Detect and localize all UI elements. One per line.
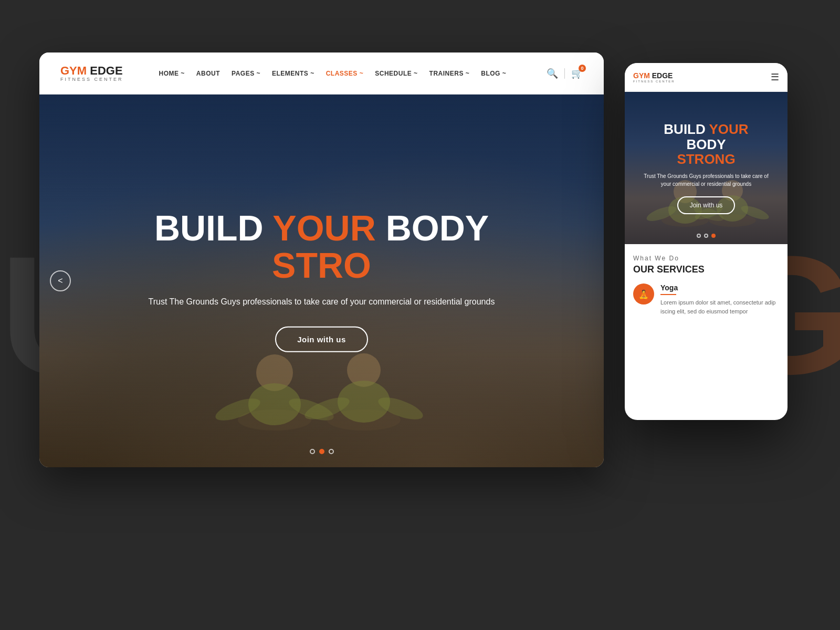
mobile-logo-subtitle: FITNESS CENTER — [633, 80, 675, 83]
hero-subtitle: Trust The Grounds Guys professionals to … — [138, 295, 506, 309]
mobile-title-build: BUILD — [664, 121, 709, 137]
nav-pages[interactable]: PAGES ~ — [227, 68, 265, 79]
service-icon-wrapper: 🧘 — [633, 284, 654, 304]
cart-badge: 0 — [579, 65, 586, 72]
yoga-icon: 🧘 — [638, 289, 649, 299]
logo-edge: EDGE — [87, 64, 122, 77]
mobile-dot-2[interactable] — [704, 234, 708, 238]
mobile-join-button[interactable]: Join with us — [677, 196, 736, 214]
nav-icons: 🔍 🛒 0 — [547, 68, 583, 79]
mobile-hero-title: BUILD YOUR BODY STRONG — [643, 122, 769, 167]
nav-blog[interactable]: BLOG ~ — [477, 68, 510, 79]
service-divider — [660, 294, 676, 295]
hero-title-strong: STRO — [272, 245, 371, 285]
nav-elements[interactable]: ELEMENTS ~ — [268, 68, 319, 79]
join-button[interactable]: Join with us — [275, 327, 368, 352]
logo-gym: GYM — [60, 64, 87, 77]
mobile-slider-dots — [697, 234, 716, 238]
nav-about[interactable]: ABOUT — [192, 68, 224, 79]
mobile-hero-subtitle: Trust The Grounds Guys professionals to … — [643, 172, 769, 188]
logo-subtitle: FITNESS CENTER — [60, 77, 123, 82]
hamburger-menu[interactable]: ☰ — [771, 71, 779, 83]
mobile-logo-gym: GYM — [633, 71, 650, 80]
slider-dots — [310, 449, 334, 454]
search-icon[interactable]: 🔍 — [547, 68, 558, 79]
hero-title: BUILD YOUR BODY STRO — [138, 209, 506, 285]
desktop-navbar: GYM EDGE FITNESS CENTER HOME ~ ABOUT PAG… — [39, 52, 604, 94]
nav-schedule[interactable]: SCHEDULE ~ — [371, 68, 422, 79]
section-label: What We Do — [633, 255, 779, 262]
mobile-dot-1[interactable] — [697, 234, 701, 238]
mobile-navbar: GYM EDGE FITNESS CENTER ☰ — [625, 63, 788, 92]
service-text: Yoga Lorem ipsum dolor sit amet, consect… — [660, 284, 779, 316]
nav-classes[interactable]: CLASSES ~ — [322, 68, 368, 79]
nav-home[interactable]: HOME ~ — [155, 68, 189, 79]
mobile-logo-edge: EDGE — [650, 71, 673, 80]
cart-button[interactable]: 🛒 0 — [571, 68, 583, 79]
nav-trainers[interactable]: TRAINERS ~ — [425, 68, 474, 79]
mobile-hero: BUILD YOUR BODY STRONG Trust The Grounds… — [625, 92, 788, 244]
hero-title-your: YOUR — [272, 208, 375, 248]
nav-items: HOME ~ ABOUT PAGES ~ ELEMENTS ~ CLASSES … — [155, 68, 547, 79]
mobile-mockup: GYM EDGE FITNESS CENTER ☰ BUILD YOUR BOD… — [625, 63, 788, 420]
service-item-yoga: 🧘 Yoga Lorem ipsum dolor sit amet, conse… — [633, 284, 779, 316]
hero-title-body: BODY — [376, 208, 489, 248]
dot-1[interactable] — [310, 449, 315, 454]
dot-2[interactable] — [319, 449, 324, 454]
mobile-logo: GYM EDGE FITNESS CENTER — [633, 71, 675, 83]
mobile-hero-content: BUILD YOUR BODY STRONG Trust The Grounds… — [643, 122, 769, 214]
service-name: Yoga — [660, 284, 779, 292]
service-description: Lorem ipsum dolor sit amet, consectetur … — [660, 298, 779, 316]
section-title: OUR SERVICES — [633, 264, 779, 275]
dot-3[interactable] — [329, 449, 334, 454]
hero-content: BUILD YOUR BODY STRO Trust The Grounds G… — [138, 209, 506, 352]
mobile-title-body: BODY — [686, 136, 726, 152]
nav-divider — [564, 68, 565, 79]
prev-slide-button[interactable]: < — [50, 270, 71, 291]
desktop-logo: GYM EDGE FITNESS CENTER — [60, 65, 123, 82]
desktop-hero: BUILD YOUR BODY STRO Trust The Grounds G… — [39, 94, 604, 467]
mobile-title-your: YOUR — [709, 121, 749, 137]
mobile-services-section: What We Do OUR SERVICES 🧘 Yoga Lorem ips… — [625, 244, 788, 326]
mobile-dot-3[interactable] — [711, 234, 716, 238]
desktop-mockup: GYM EDGE FITNESS CENTER HOME ~ ABOUT PAG… — [39, 52, 604, 467]
hero-title-build: BUILD — [154, 208, 272, 248]
mobile-title-strong: STRONG — [677, 151, 735, 167]
